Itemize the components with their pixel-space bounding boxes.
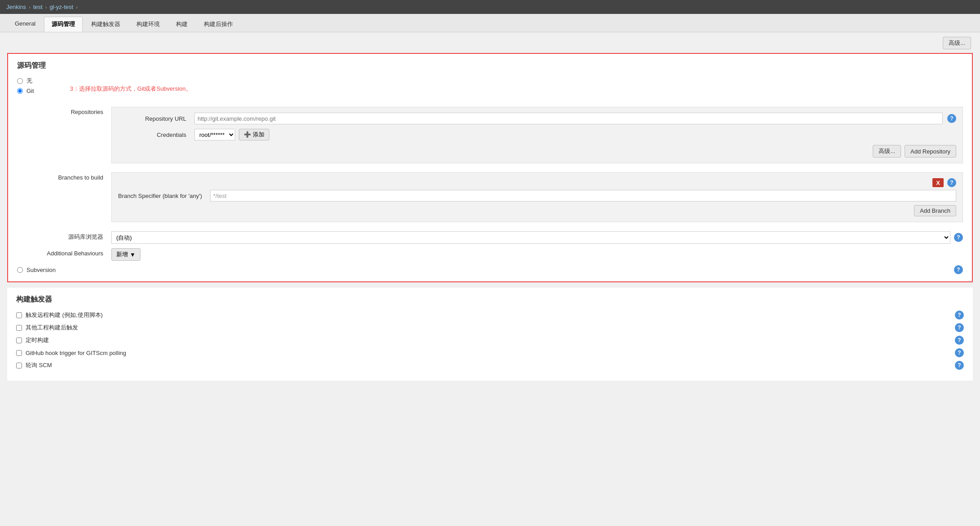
repositories-label: Repositories xyxy=(17,107,107,115)
source-browser-row: 源码库浏览器 (自动) ? xyxy=(17,231,963,244)
add-new-button[interactable]: 新增 ▼ xyxy=(111,248,141,261)
trigger-checkbox-1[interactable] xyxy=(16,325,22,331)
tab-bar: General 源码管理 构建触发器 构建环境 构建 构建后操作 xyxy=(0,14,980,32)
branch-help-icon[interactable]: ? xyxy=(947,178,956,187)
tab-post-build[interactable]: 构建后操作 xyxy=(196,17,241,32)
trigger-row-2: 定时构建 ? xyxy=(16,336,964,345)
trigger-row-0: 触发远程构建 (例如,使用脚本) ? xyxy=(16,311,964,320)
trigger-help-2[interactable]: ? xyxy=(955,336,964,345)
repositories-row: Repositories Repository URL ? Credential… xyxy=(17,107,963,168)
credentials-label: Credentials xyxy=(118,132,190,138)
advanced-top-button[interactable]: 高级... xyxy=(943,37,971,49)
build-trigger-title: 构建触发器 xyxy=(16,295,964,304)
trigger-checkbox-2[interactable] xyxy=(16,338,22,343)
tab-build[interactable]: 构建 xyxy=(168,17,195,32)
main-content: 高级... 源码管理 无 Git 3：选择拉取源码的方式，Git或者Subver… xyxy=(0,32,980,390)
trigger-checkbox-3[interactable] xyxy=(16,350,22,356)
trigger-label-2: 定时构建 xyxy=(26,336,951,344)
scm-hint: 3：选择拉取源码的方式，Git或者Subversion。 xyxy=(70,85,192,93)
trigger-help-4[interactable]: ? xyxy=(955,361,964,370)
trigger-label-3: GitHub hook trigger for GITScm polling xyxy=(26,350,951,356)
scm-radio-group: 无 Git xyxy=(17,77,34,94)
trigger-label-0: 触发远程构建 (例如,使用脚本) xyxy=(26,311,951,319)
radio-git-label: Git xyxy=(26,88,34,94)
trigger-row-4: 轮询 SCM ? xyxy=(16,361,964,370)
breadcrumb: Jenkins › test › gl-yz-test › xyxy=(0,0,980,14)
trigger-help-0[interactable]: ? xyxy=(955,311,964,320)
branch-specifier-row: Branch Specifier (blank for 'any') */tes… xyxy=(118,190,956,202)
source-browser-select[interactable]: (自动) xyxy=(111,231,950,244)
delete-branch-button[interactable]: X xyxy=(932,178,944,187)
credentials-select[interactable]: root/****** xyxy=(194,129,235,140)
trigger-label-4: 轮询 SCM xyxy=(26,361,951,369)
repositories-content: Repository URL ? Credentials root/******… xyxy=(111,107,963,168)
radio-subversion[interactable] xyxy=(17,267,23,273)
branch-btn-row: Add Branch xyxy=(118,205,956,216)
repo-url-row: Repository URL ? xyxy=(118,113,956,124)
trigger-row-3: GitHub hook trigger for GITScm polling ? xyxy=(16,348,964,357)
subversion-help-icon[interactable]: ? xyxy=(954,265,963,274)
source-browser-content: (自动) ? xyxy=(111,231,963,244)
radio-none[interactable] xyxy=(17,78,23,84)
add-new-label: 新增 xyxy=(116,250,128,259)
build-trigger-section: 构建触发器 触发远程构建 (例如,使用脚本) ? 其他工程构建后触发 ? 定时构… xyxy=(7,288,973,381)
source-browser-help-icon[interactable]: ? xyxy=(954,233,963,242)
trigger-row-1: 其他工程构建后触发 ? xyxy=(16,323,964,332)
source-browser-label: 源码库浏览器 xyxy=(17,231,107,241)
branches-label: Branches to build xyxy=(17,172,107,181)
repo-url-label: Repository URL xyxy=(118,115,190,122)
tab-build-env[interactable]: 构建环境 xyxy=(129,17,167,32)
additional-behaviours-label: Additional Behaviours xyxy=(17,248,107,257)
dropdown-arrow-icon: ▼ xyxy=(130,251,136,258)
breadcrumb-project[interactable]: gl-yz-test xyxy=(49,4,73,10)
tab-general[interactable]: General xyxy=(7,17,43,32)
advanced-repo-button[interactable]: 高级... xyxy=(873,145,901,158)
credentials-controls: root/****** ➕ 添加 xyxy=(194,129,269,140)
radio-git-row: Git xyxy=(17,88,34,94)
arrow-icon-2: › xyxy=(45,4,47,10)
breadcrumb-jenkins[interactable]: Jenkins xyxy=(6,4,26,10)
arrow-icon-3: › xyxy=(76,4,78,10)
repositories-field-section: Repository URL ? Credentials root/******… xyxy=(111,107,963,163)
trigger-checkbox-0[interactable] xyxy=(16,312,22,318)
arrow-icon-1: › xyxy=(29,4,31,10)
branches-content: X ? Branch Specifier (blank for 'any') *… xyxy=(111,172,963,227)
trigger-label-1: 其他工程构建后触发 xyxy=(26,324,951,332)
subversion-label: Subversion xyxy=(26,267,56,273)
add-repository-button[interactable]: Add Repository xyxy=(905,145,956,158)
tab-build-trigger[interactable]: 构建触发器 xyxy=(83,17,128,32)
branch-specifier-input[interactable]: */test xyxy=(210,190,956,202)
additional-behaviours-content: 新增 ▼ xyxy=(111,248,963,261)
radio-git[interactable] xyxy=(17,88,23,94)
add-branch-button[interactable]: Add Branch xyxy=(914,205,956,216)
branches-field-section: X ? Branch Specifier (blank for 'any') *… xyxy=(111,172,963,222)
credentials-row: Credentials root/****** ➕ 添加 xyxy=(118,129,956,140)
tab-scm[interactable]: 源码管理 xyxy=(44,17,83,32)
repo-url-help-icon[interactable]: ? xyxy=(947,114,956,123)
subversion-row: Subversion ? xyxy=(17,265,963,274)
add-credentials-button[interactable]: ➕ 添加 xyxy=(239,129,269,140)
additional-behaviours-row: Additional Behaviours 新增 ▼ xyxy=(17,248,963,261)
top-right-bar: 高级... xyxy=(7,37,973,49)
radio-none-label: 无 xyxy=(26,77,32,85)
repo-btn-row: 高级... Add Repository xyxy=(118,145,956,158)
trigger-help-3[interactable]: ? xyxy=(955,348,964,357)
branch-specifier-label: Branch Specifier (blank for 'any') xyxy=(118,193,206,199)
branches-row: Branches to build X ? Branch Specifier (… xyxy=(17,172,963,227)
scm-section-title: 源码管理 xyxy=(17,61,963,70)
radio-none-row: 无 xyxy=(17,77,34,85)
trigger-help-1[interactable]: ? xyxy=(955,323,964,332)
breadcrumb-test[interactable]: test xyxy=(33,4,43,10)
trigger-checkbox-4[interactable] xyxy=(16,363,22,368)
scm-section: 源码管理 无 Git 3：选择拉取源码的方式，Git或者Subversion。 … xyxy=(7,53,973,282)
repo-url-input[interactable] xyxy=(194,113,943,124)
